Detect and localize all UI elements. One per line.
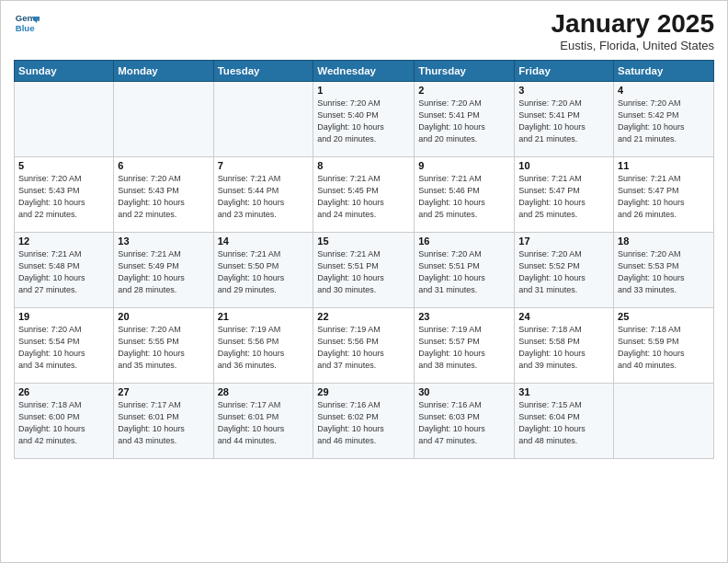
day-number: 12 [18, 236, 109, 247]
calendar-table: SundayMondayTuesdayWednesdayThursdayFrid… [14, 60, 714, 459]
day-number: 13 [118, 236, 209, 247]
calendar-cell: 24Sunrise: 7:18 AM Sunset: 5:58 PM Dayli… [515, 307, 614, 383]
calendar-cell [614, 383, 714, 458]
day-number: 31 [518, 386, 609, 397]
calendar-cell: 17Sunrise: 7:20 AM Sunset: 5:52 PM Dayli… [515, 232, 614, 307]
day-info: Sunrise: 7:19 AM Sunset: 5:56 PM Dayligh… [218, 324, 310, 372]
day-info: Sunrise: 7:20 AM Sunset: 5:43 PM Dayligh… [18, 173, 109, 221]
day-info: Sunrise: 7:18 AM Sunset: 5:58 PM Dayligh… [518, 324, 609, 372]
day-number: 5 [18, 160, 109, 171]
day-info: Sunrise: 7:20 AM Sunset: 5:55 PM Dayligh… [118, 324, 209, 372]
calendar-cell: 12Sunrise: 7:21 AM Sunset: 5:48 PM Dayli… [15, 232, 114, 307]
day-number: 6 [118, 160, 209, 171]
day-info: Sunrise: 7:21 AM Sunset: 5:48 PM Dayligh… [18, 248, 109, 296]
day-info: Sunrise: 7:20 AM Sunset: 5:53 PM Dayligh… [618, 248, 710, 296]
day-number: 30 [418, 386, 510, 397]
day-number: 14 [218, 236, 310, 247]
calendar-cell: 10Sunrise: 7:21 AM Sunset: 5:47 PM Dayli… [515, 156, 614, 232]
calendar-cell: 9Sunrise: 7:21 AM Sunset: 5:46 PM Daylig… [415, 156, 515, 232]
calendar-cell: 19Sunrise: 7:20 AM Sunset: 5:54 PM Dayli… [15, 307, 114, 383]
calendar-header-thursday: Thursday [415, 60, 515, 81]
day-number: 9 [418, 160, 510, 171]
calendar-cell: 26Sunrise: 7:18 AM Sunset: 6:00 PM Dayli… [15, 383, 114, 458]
day-number: 11 [618, 160, 710, 171]
calendar-week-4: 26Sunrise: 7:18 AM Sunset: 6:00 PM Dayli… [15, 383, 714, 458]
calendar-cell: 30Sunrise: 7:16 AM Sunset: 6:03 PM Dayli… [415, 383, 515, 458]
calendar-cell: 27Sunrise: 7:17 AM Sunset: 6:01 PM Dayli… [114, 383, 213, 458]
calendar-header-monday: Monday [114, 60, 213, 81]
calendar-cell: 18Sunrise: 7:20 AM Sunset: 5:53 PM Dayli… [614, 232, 714, 307]
day-number: 18 [618, 236, 710, 247]
calendar-cell: 6Sunrise: 7:20 AM Sunset: 5:43 PM Daylig… [114, 156, 213, 232]
calendar-cell: 28Sunrise: 7:17 AM Sunset: 6:01 PM Dayli… [213, 383, 313, 458]
day-info: Sunrise: 7:17 AM Sunset: 6:01 PM Dayligh… [218, 399, 310, 447]
day-number: 27 [118, 386, 209, 397]
day-info: Sunrise: 7:21 AM Sunset: 5:50 PM Dayligh… [218, 248, 310, 296]
day-info: Sunrise: 7:16 AM Sunset: 6:03 PM Dayligh… [418, 399, 510, 447]
day-number: 3 [518, 85, 609, 96]
day-info: Sunrise: 7:20 AM Sunset: 5:54 PM Dayligh… [18, 324, 109, 372]
calendar-cell: 25Sunrise: 7:18 AM Sunset: 5:59 PM Dayli… [614, 307, 714, 383]
day-number: 17 [518, 236, 609, 247]
subtitle: Eustis, Florida, United States [552, 39, 714, 52]
calendar-cell [213, 81, 313, 156]
day-number: 23 [418, 311, 510, 322]
calendar-cell: 2Sunrise: 7:20 AM Sunset: 5:41 PM Daylig… [415, 81, 515, 156]
calendar-header-wednesday: Wednesday [313, 60, 415, 81]
calendar-week-2: 12Sunrise: 7:21 AM Sunset: 5:48 PM Dayli… [15, 232, 714, 307]
day-info: Sunrise: 7:20 AM Sunset: 5:51 PM Dayligh… [418, 248, 510, 296]
calendar-week-1: 5Sunrise: 7:20 AM Sunset: 5:43 PM Daylig… [15, 156, 714, 232]
calendar-week-0: 1Sunrise: 7:20 AM Sunset: 5:40 PM Daylig… [15, 81, 714, 156]
month-title: January 2025 [552, 10, 714, 39]
day-number: 4 [618, 85, 710, 96]
title-block: January 2025 Eustis, Florida, United Sta… [552, 10, 714, 52]
calendar-cell: 22Sunrise: 7:19 AM Sunset: 5:56 PM Dayli… [313, 307, 415, 383]
svg-text:Blue: Blue [16, 23, 35, 33]
logo-icon: General Blue [14, 10, 40, 36]
calendar-cell [114, 81, 213, 156]
logo: General Blue [14, 10, 40, 36]
day-number: 7 [218, 160, 310, 171]
day-number: 25 [618, 311, 710, 322]
day-info: Sunrise: 7:20 AM Sunset: 5:41 PM Dayligh… [418, 98, 510, 145]
day-number: 26 [18, 386, 109, 397]
day-info: Sunrise: 7:21 AM Sunset: 5:45 PM Dayligh… [317, 173, 410, 221]
header: General Blue January 2025 Eustis, Florid… [14, 10, 714, 52]
day-number: 10 [518, 160, 609, 171]
day-number: 28 [218, 386, 310, 397]
calendar-cell: 8Sunrise: 7:21 AM Sunset: 5:45 PM Daylig… [313, 156, 415, 232]
day-number: 1 [317, 85, 410, 96]
day-info: Sunrise: 7:20 AM Sunset: 5:41 PM Dayligh… [518, 98, 609, 145]
day-info: Sunrise: 7:18 AM Sunset: 6:00 PM Dayligh… [18, 399, 109, 447]
calendar-header-row: SundayMondayTuesdayWednesdayThursdayFrid… [15, 60, 714, 81]
day-number: 16 [418, 236, 510, 247]
day-info: Sunrise: 7:20 AM Sunset: 5:52 PM Dayligh… [518, 248, 609, 296]
day-number: 19 [18, 311, 109, 322]
calendar-cell: 13Sunrise: 7:21 AM Sunset: 5:49 PM Dayli… [114, 232, 213, 307]
calendar-cell [15, 81, 114, 156]
day-info: Sunrise: 7:17 AM Sunset: 6:01 PM Dayligh… [118, 399, 209, 447]
day-number: 21 [218, 311, 310, 322]
day-number: 8 [317, 160, 410, 171]
calendar-cell: 3Sunrise: 7:20 AM Sunset: 5:41 PM Daylig… [515, 81, 614, 156]
page: General Blue January 2025 Eustis, Florid… [0, 0, 728, 563]
day-info: Sunrise: 7:21 AM Sunset: 5:47 PM Dayligh… [518, 173, 609, 221]
calendar-cell: 29Sunrise: 7:16 AM Sunset: 6:02 PM Dayli… [313, 383, 415, 458]
calendar-cell: 16Sunrise: 7:20 AM Sunset: 5:51 PM Dayli… [415, 232, 515, 307]
day-number: 29 [317, 386, 410, 397]
calendar-cell: 5Sunrise: 7:20 AM Sunset: 5:43 PM Daylig… [15, 156, 114, 232]
calendar-week-3: 19Sunrise: 7:20 AM Sunset: 5:54 PM Dayli… [15, 307, 714, 383]
day-info: Sunrise: 7:20 AM Sunset: 5:42 PM Dayligh… [618, 98, 710, 145]
calendar-header-friday: Friday [515, 60, 614, 81]
calendar-header-tuesday: Tuesday [213, 60, 313, 81]
day-info: Sunrise: 7:19 AM Sunset: 5:56 PM Dayligh… [317, 324, 410, 372]
calendar-cell: 23Sunrise: 7:19 AM Sunset: 5:57 PM Dayli… [415, 307, 515, 383]
calendar-cell: 31Sunrise: 7:15 AM Sunset: 6:04 PM Dayli… [515, 383, 614, 458]
day-info: Sunrise: 7:21 AM Sunset: 5:47 PM Dayligh… [618, 173, 710, 221]
calendar-cell: 15Sunrise: 7:21 AM Sunset: 5:51 PM Dayli… [313, 232, 415, 307]
day-number: 20 [118, 311, 209, 322]
day-info: Sunrise: 7:21 AM Sunset: 5:51 PM Dayligh… [317, 248, 410, 296]
calendar-cell: 1Sunrise: 7:20 AM Sunset: 5:40 PM Daylig… [313, 81, 415, 156]
calendar-cell: 11Sunrise: 7:21 AM Sunset: 5:47 PM Dayli… [614, 156, 714, 232]
day-info: Sunrise: 7:21 AM Sunset: 5:49 PM Dayligh… [118, 248, 209, 296]
